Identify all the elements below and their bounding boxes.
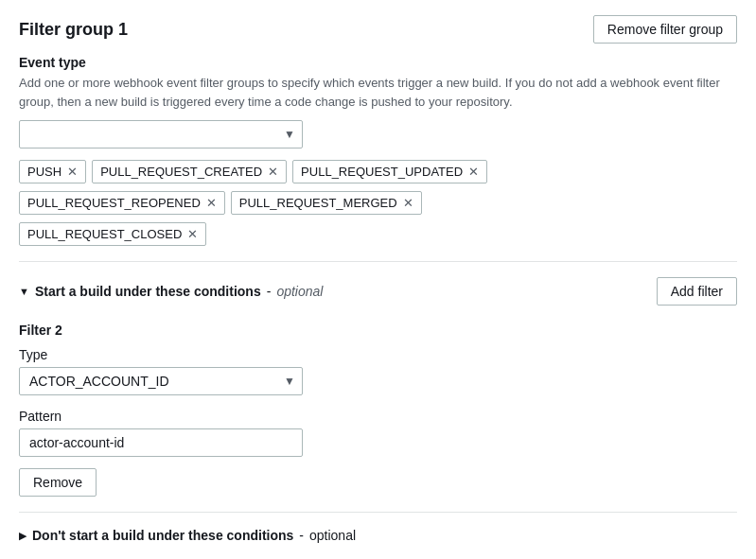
event-type-select[interactable]: PUSH PULL_REQUEST_CREATED PULL_REQUEST_U… (19, 120, 303, 148)
event-type-label: Event type (19, 55, 737, 70)
tag-pull-request-updated-close[interactable]: ✕ (468, 166, 479, 178)
tag-push-label: PUSH (27, 165, 62, 179)
add-filter-button[interactable]: Add filter (657, 277, 737, 306)
pattern-label: Pattern (19, 409, 737, 424)
start-conditions-title: ▼ Start a build under these conditions -… (19, 284, 323, 299)
filter-2-block: Filter 2 Type ACTOR_ACCOUNT_ID HEAD_REF … (19, 319, 737, 497)
tag-pull-request-closed: PULL_REQUEST_CLOSED ✕ (19, 222, 206, 246)
start-conditions-dash: - (267, 284, 272, 299)
tag-pull-request-updated-label: PULL_REQUEST_UPDATED (301, 165, 463, 179)
start-conditions-label: Start a build under these conditions (35, 284, 261, 299)
tag-pull-request-updated: PULL_REQUEST_UPDATED ✕ (292, 160, 487, 183)
type-select-wrapper: ACTOR_ACCOUNT_ID HEAD_REF BASE_REF FILE_… (19, 367, 303, 395)
event-type-description: Add one or more webhook event filter gro… (19, 74, 737, 111)
event-tags-container-row3: PULL_REQUEST_CLOSED ✕ (19, 222, 737, 246)
tag-pull-request-reopened-close[interactable]: ✕ (206, 197, 217, 209)
remove-filter-group-button[interactable]: Remove filter group (593, 15, 737, 44)
tag-push: PUSH ✕ (19, 160, 86, 183)
dont-start-dash: - (299, 528, 304, 543)
start-conditions-section: ▼ Start a build under these conditions -… (19, 277, 737, 497)
remove-filter-button[interactable]: Remove (19, 468, 97, 497)
section-divider (19, 261, 737, 262)
tag-pull-request-merged: PULL_REQUEST_MERGED ✕ (231, 191, 422, 215)
dont-start-header[interactable]: ▶ Don't start a build under these condit… (19, 528, 737, 543)
filter-group-header: Filter group 1 Remove filter group (19, 15, 737, 44)
section-divider-2 (19, 512, 737, 513)
filter-2-title: Filter 2 (19, 323, 737, 338)
pattern-input[interactable] (19, 428, 303, 457)
tag-pull-request-reopened: PULL_REQUEST_REOPENED ✕ (19, 191, 225, 215)
start-conditions-arrow-icon: ▼ (19, 286, 29, 297)
dont-start-label: Don't start a build under these conditio… (32, 528, 293, 543)
dont-start-optional: optional (309, 528, 356, 543)
start-conditions-header[interactable]: ▼ Start a build under these conditions -… (19, 277, 737, 306)
filter-group-title: Filter group 1 (19, 20, 128, 40)
event-type-select-wrapper: PUSH PULL_REQUEST_CREATED PULL_REQUEST_U… (19, 120, 303, 148)
tag-pull-request-closed-label: PULL_REQUEST_CLOSED (27, 227, 182, 241)
tag-pull-request-created-label: PULL_REQUEST_CREATED (100, 165, 262, 179)
event-tags-container: PUSH ✕ PULL_REQUEST_CREATED ✕ PULL_REQUE… (19, 160, 737, 183)
tag-pull-request-merged-label: PULL_REQUEST_MERGED (239, 196, 397, 210)
tag-push-close[interactable]: ✕ (67, 166, 78, 178)
tag-pull-request-merged-close[interactable]: ✕ (403, 197, 413, 209)
dont-start-arrow-icon: ▶ (19, 530, 26, 542)
event-tags-container-row2: PULL_REQUEST_REOPENED ✕ PULL_REQUEST_MER… (19, 191, 737, 215)
tag-pull-request-created: PULL_REQUEST_CREATED ✕ (92, 160, 287, 183)
start-conditions-optional: optional (276, 284, 323, 299)
tag-pull-request-reopened-label: PULL_REQUEST_REOPENED (27, 196, 201, 210)
tag-pull-request-created-close[interactable]: ✕ (268, 166, 278, 178)
type-select[interactable]: ACTOR_ACCOUNT_ID HEAD_REF BASE_REF FILE_… (19, 367, 303, 395)
dont-start-section: ▶ Don't start a build under these condit… (19, 528, 737, 543)
event-type-section: Event type Add one or more webhook event… (19, 55, 737, 246)
type-label: Type (19, 347, 737, 362)
tag-pull-request-closed-close[interactable]: ✕ (187, 228, 198, 240)
